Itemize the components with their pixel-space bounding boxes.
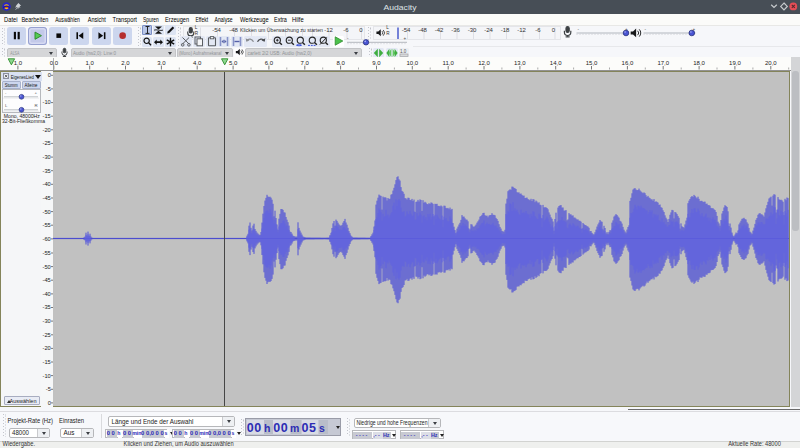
svg-text:-: - [645, 27, 647, 32]
svg-text:1.0: 1.0 [400, 49, 407, 54]
svg-text:+: + [403, 36, 406, 41]
svg-text:-: - [578, 27, 580, 32]
svg-text:L: L [5, 103, 8, 108]
svg-text:-: - [347, 36, 349, 41]
svg-text:R: R [35, 103, 38, 108]
svg-text:-: - [5, 90, 7, 95]
svg-text:+: + [35, 90, 38, 95]
